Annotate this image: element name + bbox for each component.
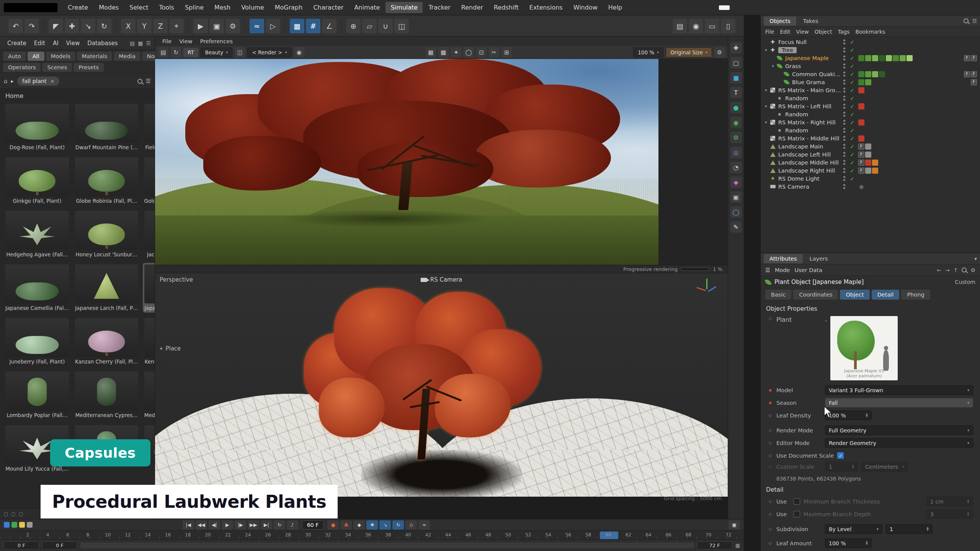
- snapshot-icon[interactable]: ⊞: [501, 47, 512, 57]
- keyframe-dot-icon[interactable]: ◇: [768, 316, 773, 321]
- layer-color-1[interactable]: [11, 522, 17, 528]
- render-preset-dropdown[interactable]: < Render >▾: [247, 47, 291, 57]
- menubar-item-mesh[interactable]: Mesh: [209, 2, 235, 13]
- move-tool-icon[interactable]: ✚: [65, 19, 79, 33]
- keyframe-dot-icon[interactable]: ◇: [768, 499, 773, 504]
- fold-tag[interactable]: F: [858, 160, 864, 166]
- asset-item-japanese-larch-fall-p[interactable]: Japanese Larch (Fall, P…: [74, 263, 140, 313]
- measure-icon[interactable]: ◔: [730, 161, 742, 173]
- magnet-icon[interactable]: ∪: [378, 19, 393, 33]
- filter-menu-icon[interactable]: [972, 18, 977, 24]
- section-heading[interactable]: Object Properties: [761, 302, 980, 314]
- asset-tab-models[interactable]: Models: [46, 52, 75, 61]
- render-visibility-dot[interactable]: [843, 147, 845, 149]
- capture-icon[interactable]: ◉: [689, 19, 703, 33]
- scale-tool-icon[interactable]: ↘: [81, 19, 95, 33]
- volume-sphere-icon[interactable]: ●: [730, 102, 742, 113]
- simulate-scene-toggle[interactable]: ≈: [250, 19, 264, 33]
- render-visibility-dot[interactable]: [843, 75, 845, 77]
- object-row-landscape-main[interactable]: Landscape MainF: [761, 142, 980, 150]
- menubar-item-character[interactable]: Character: [308, 2, 348, 13]
- circle-toggle-icon[interactable]: ◯: [464, 47, 474, 57]
- use-document-scale-checkbox[interactable]: [837, 452, 844, 459]
- enabled-check-icon[interactable]: [848, 47, 856, 53]
- attribute-tab-phong[interactable]: Phong: [901, 290, 930, 300]
- up-arrow-icon[interactable]: ↑: [954, 267, 958, 273]
- asset-item-hedgehog-agave-fall[interactable]: Hedgehog Agave (Fall…: [4, 209, 70, 259]
- object-row-rs-camera[interactable]: RS Camera◎: [761, 183, 980, 191]
- object-row-landscape-middle-hill[interactable]: Landscape Middle HillF: [761, 158, 980, 166]
- plant-preview-thumbnail[interactable]: Japanese Maple V3 (Acer palmatum): [830, 316, 898, 380]
- visibility-dots[interactable]: [842, 184, 846, 189]
- visibility-dots[interactable]: [842, 47, 846, 52]
- object-row-random[interactable]: ∗Random: [761, 94, 980, 102]
- redshift-material-chip[interactable]: [858, 103, 864, 109]
- target-tag[interactable]: ◎: [858, 184, 864, 190]
- object-row-tree[interactable]: ▾✚Tree: [761, 46, 980, 54]
- grid-view-icon[interactable]: ▦: [138, 40, 143, 46]
- page-dot-icon[interactable]: ▢: [19, 511, 23, 517]
- editor-visibility-dot[interactable]: [843, 80, 845, 82]
- render-viewport[interactable]: [155, 59, 728, 265]
- x-axis-lock-button[interactable]: X: [121, 19, 136, 33]
- material-chip[interactable]: [872, 55, 878, 61]
- material-chip[interactable]: [865, 71, 871, 77]
- expand-arrow-icon[interactable]: ▾: [763, 120, 769, 124]
- asset-item-field-maple-fall-plant[interactable]: Field Maple (Fall, Plant): [143, 102, 155, 152]
- editor-visibility-dot[interactable]: [843, 55, 845, 57]
- asset-tab-operators[interactable]: Operators: [3, 63, 41, 72]
- ab-compare-icon[interactable]: ◫: [235, 47, 245, 57]
- record-position-toggle[interactable]: ✚: [366, 520, 378, 530]
- range-start-field-2[interactable]: 0 F: [42, 541, 77, 549]
- star-toggle-icon[interactable]: ✦: [451, 47, 461, 57]
- visibility-dots[interactable]: [842, 160, 846, 165]
- render-settings-button[interactable]: ⚙: [225, 19, 240, 33]
- render-visibility-dot[interactable]: [843, 187, 845, 189]
- expand-arrow-icon[interactable]: ▾: [763, 88, 769, 92]
- clear-search-icon[interactable]: ×: [50, 78, 55, 84]
- keyframe-dot-icon[interactable]: ◇: [768, 413, 773, 418]
- search-icon[interactable]: [137, 79, 142, 84]
- asset-item-golden-weeping-willo[interactable]: Golden Weeping Willo…: [143, 156, 155, 205]
- axis-icon[interactable]: ⊕: [346, 19, 361, 33]
- sound-toggle-button[interactable]: ♪: [287, 520, 298, 530]
- editor-visibility-dot[interactable]: [843, 160, 845, 162]
- object-row-random[interactable]: ∗Random: [761, 110, 980, 118]
- mirror-icon[interactable]: ◫: [394, 19, 409, 33]
- object-manager-menu-object[interactable]: Object: [815, 29, 832, 35]
- enabled-check-icon[interactable]: [848, 143, 856, 150]
- object-manager-menu-edit[interactable]: Edit: [780, 29, 790, 35]
- fold-tag[interactable]: F: [858, 152, 864, 158]
- refresh-render-icon[interactable]: ↻: [171, 47, 181, 57]
- gear-icon[interactable]: ⚙: [970, 267, 975, 273]
- chevron-right-icon[interactable]: ›: [825, 318, 827, 323]
- visibility-dots[interactable]: [842, 168, 846, 173]
- material-chip[interactable]: [858, 71, 864, 77]
- timeline-ruler[interactable]: 2468101214161820222426283032343638404244…: [0, 530, 744, 540]
- dock-icon[interactable]: ▤: [130, 40, 135, 46]
- menubar-item-tools[interactable]: Tools: [154, 2, 179, 13]
- asset-menu-databases[interactable]: Databases: [84, 39, 121, 48]
- keyframe-selection-button[interactable]: ◆: [353, 520, 365, 530]
- menubar-item-render[interactable]: Render: [456, 2, 488, 13]
- enabled-check-icon[interactable]: [848, 135, 856, 142]
- menubar-item-help[interactable]: Help: [603, 2, 627, 13]
- season-dropdown[interactable]: Fall: [825, 398, 973, 408]
- render-visibility-dot[interactable]: [843, 179, 845, 181]
- material-chip[interactable]: [865, 55, 871, 61]
- enabled-check-icon[interactable]: [848, 127, 856, 134]
- pen-icon[interactable]: ✎: [730, 221, 742, 233]
- layer-color-3[interactable]: [27, 522, 33, 528]
- quantize-toggle[interactable]: ∠: [322, 19, 336, 33]
- editor-visibility-dot[interactable]: [843, 168, 845, 170]
- asset-item-mediterranean-dwarf[interactable]: Mediterranean Dwarf …: [143, 370, 155, 420]
- prev-frame-button[interactable]: ◀|: [209, 520, 220, 530]
- asset-tab-auto[interactable]: Auto: [3, 52, 26, 61]
- keyframe-dot-icon[interactable]: ◇: [768, 512, 773, 517]
- keyframe-dot-icon[interactable]: ◇: [768, 541, 773, 546]
- simulation-gear-icon[interactable]: ⚙: [730, 132, 742, 143]
- asset-item-mediterranean-cypres[interactable]: Mediterranean Cypres…: [74, 370, 140, 420]
- enabled-check-icon[interactable]: [848, 168, 856, 174]
- object-manager-menu-bookmarks[interactable]: Bookmarks: [855, 29, 885, 35]
- enabled-check-icon[interactable]: [848, 103, 856, 109]
